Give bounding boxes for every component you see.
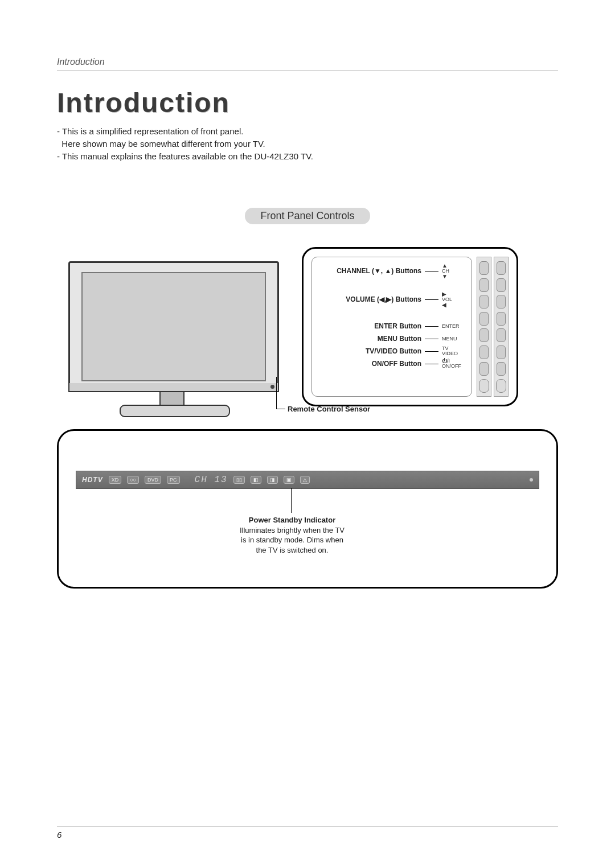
psi-line: is in standby mode. Dims when <box>198 535 386 545</box>
physical-power-button <box>496 379 506 393</box>
section-pill: Front Panel Controls <box>245 208 370 224</box>
power-standby-block: Power Standby Indicator Illuminates brig… <box>198 515 386 555</box>
sensor-leader <box>276 377 277 409</box>
tv-indicator-dot <box>270 385 274 389</box>
lcd-icon: ◨ <box>267 476 278 484</box>
psi-leader <box>291 488 292 513</box>
sensor-leader <box>276 409 285 409</box>
leader-line <box>425 351 438 352</box>
tvvideo-button-row: TV/VIDEO Button TV VIDEO <box>319 345 465 357</box>
channel-buttons-label: CHANNEL (▼, ▲) Buttons <box>337 267 421 275</box>
onoff-mark: ⏻/I ON/OFF <box>442 359 465 369</box>
menu-button-label: MENU Button <box>378 335 421 343</box>
page-header-text: Introduction <box>57 57 105 67</box>
lcd-badge: ○○ <box>127 476 139 484</box>
hdtv-label: HDTV <box>82 476 103 484</box>
menu-mark: MENU <box>442 336 465 342</box>
lcd-icon: ▯▯ <box>233 476 245 484</box>
tv-illustration <box>68 261 279 421</box>
physical-button <box>497 312 506 326</box>
physical-button <box>479 362 489 376</box>
volume-mark: ▶ VOL ◀ <box>442 291 465 308</box>
tv-lower-bar <box>68 383 279 392</box>
lcd-strip: HDTV XD ○○ DVD PC CH 13 ▯▯ ◧ ◨ ▣ △ <box>76 471 539 489</box>
lcd-icon: △ <box>300 476 310 484</box>
power-standby-led <box>530 478 533 482</box>
physical-button <box>479 278 489 292</box>
physical-button <box>497 345 506 359</box>
channel-buttons-row: CHANNEL (▼, ▲) Buttons ▲ CH ▼ <box>319 263 465 279</box>
lcd-badge: DVD <box>145 476 161 484</box>
triangle-down-icon: ▼ <box>442 274 448 279</box>
lcd-icon: ◧ <box>251 476 261 484</box>
enter-button-row: ENTER Button ENTER <box>319 320 465 332</box>
physical-button <box>497 328 506 342</box>
tv-frame <box>68 261 279 392</box>
physical-button <box>497 261 506 275</box>
physical-button <box>497 295 506 308</box>
enter-button-label: ENTER Button <box>374 322 421 330</box>
tvvideo-mark: TV VIDEO <box>442 346 465 356</box>
intro-line: Here shown may be somewhat different fro… <box>57 138 558 150</box>
physical-button <box>479 261 489 275</box>
onoff-button-label: ON/OFF Button <box>372 360 421 368</box>
psi-line: Illuminates brightly when the TV <box>198 525 386 536</box>
tv-stand-base <box>120 405 230 417</box>
intro-paragraph: - This is a simplified representation of… <box>57 125 558 162</box>
button-callout: CHANNEL (▼, ▲) Buttons ▲ CH ▼ VOLUME (◀,… <box>302 247 518 406</box>
tv-screen <box>81 272 266 381</box>
triangle-left-icon: ◀ <box>442 302 446 308</box>
side-button-strip <box>477 257 509 397</box>
volume-buttons-label: VOLUME (◀,▶) Buttons <box>346 295 421 303</box>
leader-line <box>425 271 438 271</box>
enter-mark: ENTER <box>442 324 465 329</box>
button-callout-inner: CHANNEL (▼, ▲) Buttons ▲ CH ▼ VOLUME (◀,… <box>311 257 472 397</box>
leader-line <box>425 364 438 364</box>
page-title: Introduction <box>57 87 558 118</box>
onoff-button-row: ON/OFF Button ⏻/I ON/OFF <box>319 357 465 370</box>
side-col <box>477 257 491 397</box>
psi-title: Power Standby Indicator <box>198 515 386 525</box>
physical-power-button <box>479 379 489 393</box>
manual-page: Introduction Introduction - This is a si… <box>0 0 615 868</box>
menu-button-row: MENU Button MENU <box>319 332 465 345</box>
physical-button <box>479 345 489 359</box>
intro-line: - This is a simplified representation of… <box>57 125 558 138</box>
psi-line: the TV is switched on. <box>198 545 386 556</box>
front-panel-diagram: Remote Control Sensor CHANNEL (▼, ▲) But… <box>57 247 558 611</box>
leader-line <box>425 299 438 300</box>
lcd-callout: HDTV XD ○○ DVD PC CH 13 ▯▯ ◧ ◨ ▣ △ Power… <box>57 429 558 589</box>
page-number: 6 <box>57 826 558 840</box>
leader-line <box>425 326 438 327</box>
intro-line: - This manual explains the features avai… <box>57 150 558 163</box>
spacer <box>319 279 465 291</box>
lcd-segment-text: CH 13 <box>195 475 228 485</box>
tvvideo-button-label: TV/VIDEO Button <box>366 347 421 355</box>
physical-button <box>497 362 506 376</box>
physical-button <box>479 328 489 342</box>
page-header-rule: Introduction <box>57 57 558 71</box>
physical-button <box>479 312 489 326</box>
lcd-badge: XD <box>109 476 122 484</box>
channel-mark: ▲ CH ▼ <box>442 263 465 279</box>
volume-buttons-row: VOLUME (◀,▶) Buttons ▶ VOL ◀ <box>319 291 465 307</box>
physical-button <box>497 278 506 292</box>
physical-button <box>479 295 489 308</box>
spacer <box>319 307 465 320</box>
lcd-badge: PC <box>167 476 180 484</box>
side-col <box>494 257 509 397</box>
leader-line <box>425 339 438 339</box>
lcd-icon: ▣ <box>284 476 294 484</box>
